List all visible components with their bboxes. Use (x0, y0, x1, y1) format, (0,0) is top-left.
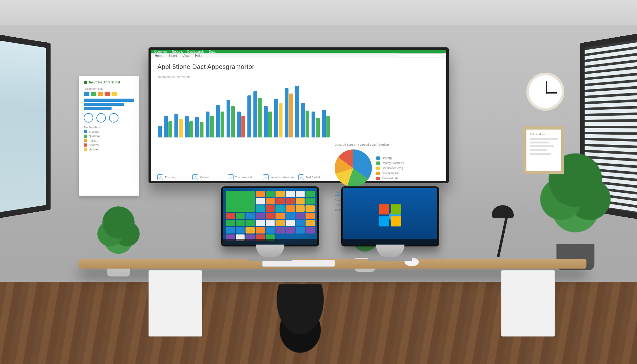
start-tile[interactable] (296, 227, 305, 234)
start-tile[interactable] (286, 191, 295, 197)
desktop-wallpaper[interactable] (343, 188, 437, 245)
start-tile[interactable] (266, 220, 275, 226)
start-tile[interactable] (296, 198, 305, 204)
start-tile[interactable] (286, 227, 295, 234)
start-tile[interactable] (226, 213, 235, 219)
start-tile[interactable] (256, 198, 265, 204)
start-tile[interactable] (286, 213, 295, 219)
start-tile[interactable] (306, 198, 315, 204)
swatch-icon (84, 130, 87, 133)
start-tile[interactable] (296, 213, 305, 219)
list-item: Boartes (84, 143, 134, 147)
start-tile[interactable] (266, 227, 275, 234)
start-tile[interactable] (226, 191, 255, 212)
start-tile[interactable] (276, 227, 285, 234)
start-tile[interactable] (306, 191, 315, 197)
bar (274, 99, 278, 137)
start-tile[interactable] (256, 191, 265, 197)
start-tile[interactable] (236, 220, 245, 226)
start-tile[interactable] (266, 191, 275, 197)
bar (295, 86, 299, 137)
start-tile[interactable] (276, 191, 285, 197)
start-tile[interactable] (256, 220, 265, 226)
titlebar-item[interactable]: Dashboards (187, 50, 204, 53)
start-tile[interactable] (246, 227, 255, 234)
start-tile[interactable] (276, 220, 285, 226)
thumb (105, 92, 110, 96)
poster-gauges (84, 113, 134, 123)
start-tile[interactable] (276, 205, 285, 212)
start-tile[interactable] (306, 227, 315, 234)
swatch-icon (84, 143, 87, 147)
start-tile[interactable] (286, 220, 295, 226)
bar (279, 103, 282, 137)
swatch-icon (376, 177, 380, 180)
dashboard-tabstrip: Home Insert View Help (151, 53, 446, 58)
start-tile[interactable] (246, 220, 255, 226)
page-title: Appl 5tione Dact Appesgramortor (157, 63, 434, 72)
start-tile[interactable] (246, 213, 255, 219)
start-tile[interactable] (306, 220, 315, 226)
legend-item: Reafey Srastrens (376, 161, 404, 165)
plant (97, 205, 140, 262)
tab[interactable]: Insert (169, 54, 177, 58)
bar (253, 91, 257, 137)
start-tile[interactable] (266, 198, 275, 204)
start-tile[interactable] (226, 227, 235, 234)
drawer-cabinet (149, 270, 202, 337)
poster-title: Insutrins Anrerstinst (84, 81, 134, 84)
swatch-icon (84, 139, 87, 142)
swatch-icon (376, 161, 380, 165)
note-title: Sotinandors (530, 133, 558, 136)
start-tile[interactable] (256, 213, 265, 219)
bar (168, 121, 172, 137)
start-tile[interactable] (276, 198, 285, 204)
percent-icon: % (335, 190, 340, 196)
titlebar-item[interactable]: Reports (172, 50, 183, 53)
bar (258, 98, 262, 137)
taskbar[interactable] (223, 239, 317, 245)
list-item: Qoatlons (84, 135, 134, 138)
start-tile[interactable] (236, 227, 245, 234)
start-tile[interactable] (286, 205, 295, 212)
bar (189, 121, 193, 137)
pie-title: Dtastred start tm / dipoed trsanf Sterhs… (335, 143, 434, 146)
tab[interactable]: Help (195, 54, 202, 58)
start-tile[interactable] (286, 198, 295, 204)
monitor-right[interactable] (341, 186, 439, 246)
pie-chart (335, 149, 372, 187)
bar (285, 88, 288, 137)
thumb (112, 92, 117, 96)
bar (241, 116, 245, 137)
tab[interactable]: View (183, 54, 190, 58)
titlebar-item[interactable]: Data (209, 50, 215, 53)
bar (322, 110, 326, 137)
start-tile[interactable] (266, 213, 275, 219)
tab[interactable]: Home (155, 54, 163, 58)
start-tile[interactable] (266, 205, 275, 212)
start-tile[interactable] (236, 213, 245, 219)
bar (306, 111, 309, 137)
ceiling (0, 0, 637, 25)
bar (206, 112, 209, 137)
start-tile[interactable] (296, 205, 305, 212)
dot-icon: △ (298, 174, 304, 180)
start-tile[interactable] (306, 205, 315, 212)
start-tile[interactable] (226, 220, 235, 226)
bar (210, 116, 214, 137)
start-tile[interactable] (256, 227, 265, 234)
titlebar-item[interactable]: Overview (154, 50, 167, 53)
start-tile[interactable] (256, 205, 265, 212)
bar (289, 94, 293, 137)
start-tile[interactable] (296, 220, 305, 226)
swatch-icon (376, 156, 380, 160)
monitor-left[interactable] (221, 186, 319, 246)
bar (268, 112, 272, 137)
bar (200, 122, 203, 137)
taskbar[interactable] (343, 239, 437, 245)
start-tile[interactable] (276, 213, 285, 219)
start-tile[interactable] (306, 213, 315, 219)
start-screen[interactable] (223, 188, 317, 245)
search-input[interactable] (398, 53, 442, 58)
start-tile[interactable] (296, 191, 305, 197)
